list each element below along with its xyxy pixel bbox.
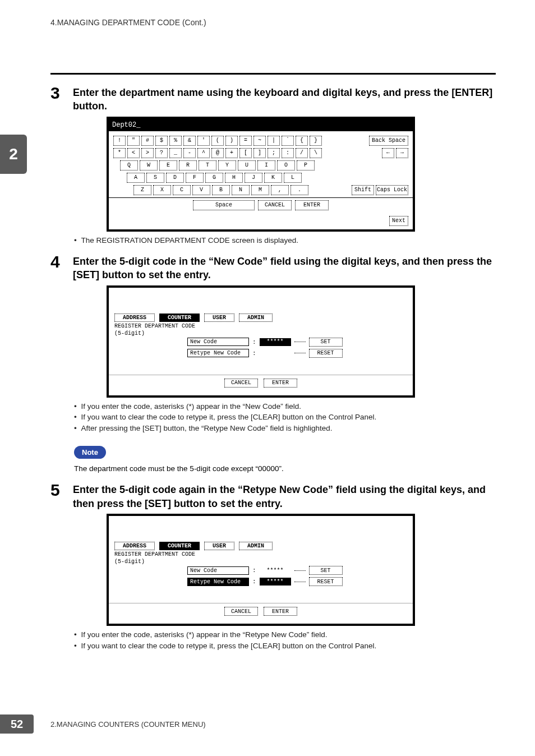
retype-code-value[interactable]: ***** xyxy=(260,578,291,586)
key[interactable]: G xyxy=(205,173,223,183)
key[interactable]: # xyxy=(141,136,154,146)
enter-button[interactable]: ENTER xyxy=(264,379,297,388)
key[interactable]: Z xyxy=(133,185,151,195)
key[interactable]: $ xyxy=(155,136,168,146)
set-button[interactable]: SET xyxy=(309,566,343,575)
key[interactable]: C xyxy=(173,185,191,195)
cancel-button[interactable]: CANCEL xyxy=(258,200,292,210)
new-code-value[interactable]: ***** xyxy=(260,566,291,574)
cancel-button[interactable]: CANCEL xyxy=(224,607,258,616)
tab-admin[interactable]: ADMIN xyxy=(239,542,273,550)
step-number: 5 xyxy=(50,482,73,499)
key[interactable]: M xyxy=(251,185,269,195)
key[interactable]: ` xyxy=(282,136,294,146)
key[interactable]: A xyxy=(127,173,145,183)
register-code-screenshot-1: ADDRESS COUNTER USER ADMIN REGISTER DEPA… xyxy=(107,285,415,398)
key[interactable]: = xyxy=(239,136,252,146)
key[interactable]: N xyxy=(232,185,250,195)
key[interactable]: R xyxy=(179,160,197,170)
arrow-right-key[interactable]: → xyxy=(396,148,408,158)
key[interactable]: X xyxy=(153,185,171,195)
tab-user[interactable]: USER xyxy=(204,542,234,550)
key[interactable]: \ xyxy=(310,148,322,158)
tab-address[interactable]: ADDRESS xyxy=(114,314,155,322)
space-key[interactable]: Space xyxy=(193,200,255,210)
enter-button[interactable]: ENTER xyxy=(295,200,329,210)
step-4: 4 Enter the 5-digit code in the “New Cod… xyxy=(50,253,496,282)
backspace-key[interactable]: Back Space xyxy=(369,136,408,146)
key[interactable]: > xyxy=(141,148,154,158)
key[interactable]: T xyxy=(199,160,216,170)
key[interactable]: | xyxy=(268,136,280,146)
key[interactable]: W xyxy=(140,160,158,170)
note-badge: Note xyxy=(74,446,106,459)
key[interactable]: ) xyxy=(225,136,238,146)
key[interactable]: . xyxy=(290,185,308,195)
key[interactable]: ~ xyxy=(253,136,266,146)
tab-admin[interactable]: ADMIN xyxy=(239,314,273,322)
step-3: 3 Enter the department name using the ke… xyxy=(50,85,496,113)
key[interactable]: " xyxy=(127,136,140,146)
key[interactable]: ] xyxy=(253,148,266,158)
key[interactable]: / xyxy=(296,148,308,158)
colon: : xyxy=(252,350,256,357)
key[interactable]: S xyxy=(146,173,164,183)
key[interactable]: _ xyxy=(169,148,182,158)
key[interactable]: : xyxy=(282,148,294,158)
key[interactable]: ( xyxy=(211,136,224,146)
new-code-value[interactable]: ***** xyxy=(260,338,291,346)
enter-button[interactable]: ENTER xyxy=(264,607,297,616)
set-button[interactable]: SET xyxy=(309,338,343,347)
key[interactable]: , xyxy=(271,185,289,195)
key[interactable]: @ xyxy=(211,148,224,158)
key[interactable]: E xyxy=(159,160,177,170)
reset-button[interactable]: RESET xyxy=(309,349,343,358)
next-button[interactable]: Next xyxy=(389,216,408,226)
capslock-key[interactable]: Caps Lock xyxy=(376,185,408,195)
key[interactable]: O xyxy=(277,160,295,170)
key[interactable]: L xyxy=(284,173,302,183)
tab-counter[interactable]: COUNTER xyxy=(159,314,200,322)
key[interactable]: } xyxy=(310,136,322,146)
key[interactable]: H xyxy=(225,173,243,183)
key[interactable]: ? xyxy=(155,148,168,158)
key[interactable]: Q xyxy=(120,160,138,170)
key[interactable]: < xyxy=(127,148,140,158)
retype-code-value[interactable] xyxy=(260,349,291,357)
connector-line xyxy=(294,353,306,353)
key[interactable]: ! xyxy=(113,136,126,146)
bullet: If you enter the code, asterisks (*) app… xyxy=(74,401,496,412)
key[interactable]: & xyxy=(183,136,196,146)
step-instruction: Enter the 5-digit code in the “New Code”… xyxy=(73,253,496,282)
key[interactable]: ' xyxy=(197,136,210,146)
key[interactable]: * xyxy=(113,148,126,158)
key[interactable]: D xyxy=(166,173,184,183)
tab-counter[interactable]: COUNTER xyxy=(159,542,200,550)
key[interactable]: % xyxy=(169,136,182,146)
key[interactable]: U xyxy=(238,160,256,170)
tab-user[interactable]: USER xyxy=(204,314,234,322)
reset-button[interactable]: RESET xyxy=(309,577,343,586)
tab-address[interactable]: ADDRESS xyxy=(114,542,155,550)
key[interactable]: ^ xyxy=(197,148,210,158)
step-instruction: Enter the department name using the keyb… xyxy=(73,85,496,113)
key[interactable]: P xyxy=(297,160,315,170)
key[interactable]: { xyxy=(296,136,308,146)
key[interactable]: [ xyxy=(239,148,252,158)
key[interactable]: I xyxy=(257,160,275,170)
key[interactable]: J xyxy=(245,173,262,183)
key[interactable]: B xyxy=(212,185,230,195)
key[interactable]: ; xyxy=(268,148,280,158)
shift-key[interactable]: Shift xyxy=(352,185,374,195)
horizontal-rule xyxy=(50,73,496,75)
step-instruction: Enter the 5-digit code again in the “Ret… xyxy=(73,482,496,510)
key[interactable]: - xyxy=(183,148,196,158)
cancel-button[interactable]: CANCEL xyxy=(224,379,258,388)
key[interactable]: F xyxy=(186,173,204,183)
key[interactable]: + xyxy=(225,148,238,158)
key[interactable]: V xyxy=(192,185,210,195)
key[interactable]: Y xyxy=(218,160,236,170)
arrow-left-key[interactable]: ← xyxy=(382,148,394,158)
key[interactable]: K xyxy=(264,173,282,183)
bullet: If you want to clear the code to retype … xyxy=(74,412,496,423)
